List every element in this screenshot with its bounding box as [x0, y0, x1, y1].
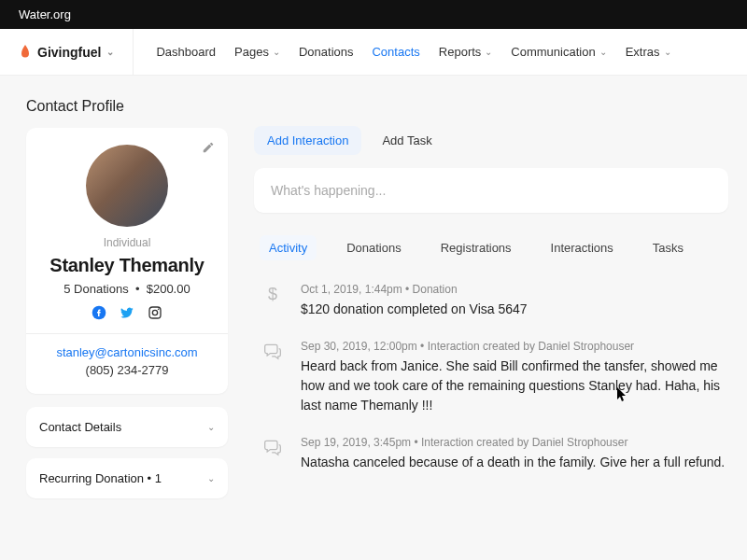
org-name: Water.org: [19, 7, 71, 21]
chevron-down-icon: ⌄: [207, 422, 215, 432]
twitter-icon[interactable]: [120, 305, 134, 320]
main-nav: Givingfuel ⌄ Dashboard Pages⌄ Donations …: [0, 29, 747, 76]
page-title: Contact Profile: [26, 98, 228, 115]
chevron-down-icon: ⌄: [207, 473, 215, 483]
org-bar: Water.org: [0, 0, 747, 29]
brand-name: Givingfuel: [37, 45, 101, 60]
nav-contacts[interactable]: Contacts: [372, 45, 419, 59]
tab-donations[interactable]: Donations: [337, 235, 411, 260]
nav-donations[interactable]: Donations: [299, 45, 354, 59]
chevron-down-icon: ⌄: [273, 47, 280, 57]
nav-dashboard[interactable]: Dashboard: [156, 45, 216, 59]
chevron-down-icon: ⌄: [664, 47, 671, 57]
accordion-contact-details[interactable]: Contact Details ⌄: [26, 407, 228, 447]
avatar: [86, 145, 168, 227]
pencil-icon: [202, 141, 215, 154]
activity-tabs: Activity Donations Registrations Interac…: [254, 235, 728, 270]
interaction-input[interactable]: [271, 183, 712, 198]
feed-text: Natasha canceled because of a death in t…: [301, 453, 728, 472]
facebook-icon[interactable]: [92, 305, 106, 320]
tab-tasks[interactable]: Tasks: [643, 235, 693, 260]
chat-icon: [260, 340, 286, 415]
chevron-down-icon: ⌄: [106, 47, 114, 57]
feed-text: Heard back from Janice. She said Bill co…: [301, 357, 728, 415]
feed-item: Sep 30, 2019, 12:00pm • Interaction crea…: [254, 340, 728, 415]
contact-stats: 5 Donations • $200.00: [39, 282, 215, 296]
contact-type: Individual: [39, 236, 215, 249]
tab-registrations[interactable]: Registrations: [431, 235, 521, 260]
add-task-button[interactable]: Add Task: [369, 126, 444, 155]
activity-feed: $ Oct 1, 2019, 1:44pm • Donation $120 do…: [254, 270, 728, 472]
feed-text: $120 donation completed on Visa 5647: [301, 300, 728, 319]
tab-activity[interactable]: Activity: [260, 235, 317, 260]
contact-phone: (805) 234-2779: [39, 363, 215, 377]
dollar-icon: $: [260, 283, 286, 319]
svg-point-2: [152, 310, 157, 315]
feed-meta: Sep 30, 2019, 12:00pm • Interaction crea…: [301, 340, 728, 353]
chevron-down-icon: ⌄: [485, 47, 492, 57]
contact-name: Stanley Themanly: [39, 255, 215, 276]
svg-point-3: [158, 309, 160, 311]
profile-card: Individual Stanley Themanly 5 Donations …: [26, 128, 228, 394]
feed-item: $ Oct 1, 2019, 1:44pm • Donation $120 do…: [254, 283, 728, 319]
feed-item: Sep 19, 2019, 3:45pm • Interaction creat…: [254, 436, 728, 472]
contact-email-link[interactable]: stanley@cartonicsinc.com: [39, 345, 215, 359]
nav-extras[interactable]: Extras⌄: [626, 45, 671, 59]
flame-icon: [19, 45, 32, 60]
brand-switcher[interactable]: Givingfuel ⌄: [19, 29, 134, 75]
instagram-icon[interactable]: [148, 305, 162, 320]
chat-icon: [260, 436, 286, 472]
feed-meta: Sep 19, 2019, 3:45pm • Interaction creat…: [301, 436, 728, 449]
edit-profile-button[interactable]: [202, 141, 215, 157]
nav-reports[interactable]: Reports⌄: [439, 45, 493, 59]
nav-pages[interactable]: Pages⌄: [234, 45, 280, 59]
tab-interactions[interactable]: Interactions: [542, 235, 623, 260]
add-interaction-button[interactable]: Add Interaction: [254, 126, 361, 155]
feed-meta: Oct 1, 2019, 1:44pm • Donation: [301, 283, 728, 296]
interaction-input-wrapper: [254, 168, 728, 213]
nav-communication[interactable]: Communication⌄: [511, 45, 606, 59]
chevron-down-icon: ⌄: [599, 47, 607, 57]
accordion-recurring-donation[interactable]: Recurring Donation • 1 ⌄: [26, 458, 228, 498]
